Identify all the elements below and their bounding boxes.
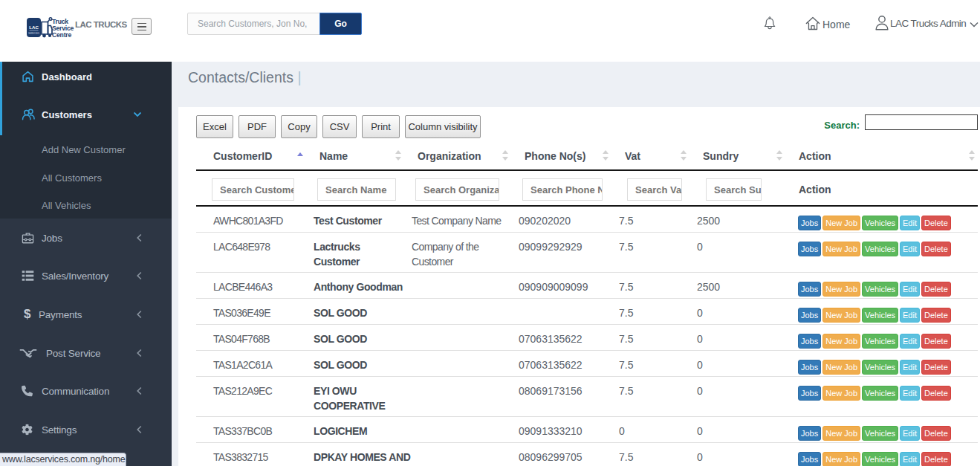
svg-text:SERVICES: SERVICES	[28, 32, 39, 35]
svg-text:LAC: LAC	[29, 25, 39, 30]
